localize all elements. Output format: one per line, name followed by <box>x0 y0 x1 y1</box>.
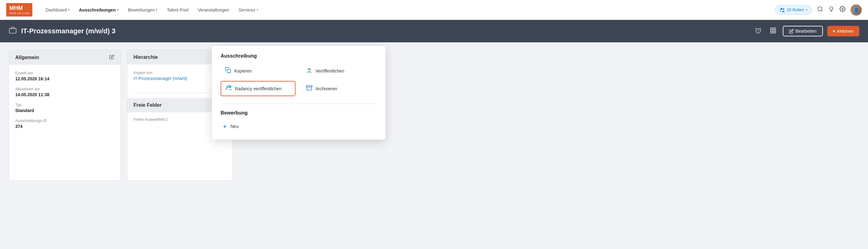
svg-point-2 <box>818 7 822 11</box>
gear-icon[interactable] <box>839 6 846 14</box>
publish-icon <box>306 67 312 75</box>
field-value-ausschreibungs-id: 374 <box>15 124 114 129</box>
allgemein-card-body: Erstellt am 12.05.2020 16:14 Aktualisier… <box>9 65 120 141</box>
plus-icon: ＋ <box>222 123 227 130</box>
chevron-down-icon: ▾ <box>156 8 157 11</box>
dropdown-bewerbung-title: Bewerbung <box>221 110 377 116</box>
field-label-typ: Typ <box>15 103 114 107</box>
table-icon[interactable] <box>768 25 778 37</box>
nav-label-ausschreibungen: Ausschreibungen <box>79 7 116 12</box>
nav-item-talent-pool[interactable]: Talent Pool <box>163 6 192 14</box>
field-aktualisiert-am: Aktualisiert am 14.05.2020 11:38 <box>15 87 114 97</box>
alarm-icon[interactable] <box>753 25 764 37</box>
allgemein-card: Allgemein Erstellt am 12.05.2020 16:14 A… <box>9 50 121 181</box>
edit-icon <box>789 29 794 34</box>
nav-items: Dashboard ▾ Ausschreibungen ▾ Bewerbunge… <box>42 6 775 14</box>
nav-label-bewerbungen: Bewerbungen <box>128 7 155 12</box>
svg-rect-7 <box>771 28 776 33</box>
nav-item-dashboard[interactable]: Dashboard ▾ <box>42 6 73 14</box>
dropdown-panel: Ausschreibung Kopieren Veröffentlichen <box>212 45 386 140</box>
field-value-aktualisiert-am: 14.05.2020 11:38 <box>15 92 114 97</box>
allgemein-card-header: Allgemein <box>9 50 120 65</box>
dropdown-item-archivieren[interactable]: Archivieren <box>302 81 377 96</box>
dropdown-ausschreibung-title: Ausschreibung <box>221 53 377 59</box>
nav-item-bewerbungen[interactable]: Bewerbungen ▾ <box>124 6 161 14</box>
bulb-icon[interactable] <box>828 6 834 14</box>
edit-pencil-icon[interactable] <box>109 55 114 60</box>
allgemein-title: Allgemein <box>15 55 39 60</box>
nav-label-dashboard: Dashboard <box>45 7 67 12</box>
field-value-erstellt-am: 12.05.2020 16:14 <box>15 76 114 81</box>
archive-icon <box>306 85 312 92</box>
radancy-icon <box>225 85 232 92</box>
page-title: IT-Prozessmanager (m/w/d) 3 <box>21 27 753 35</box>
job-icon <box>9 26 17 36</box>
dropdown-label-radancy: Radancy veröffentlichen <box>235 86 282 91</box>
nav-label-veranstaltungen: Veranstaltungen <box>198 7 229 12</box>
header-actions: Bearbeiten ▾ Aktionen <box>753 25 859 37</box>
logo[interactable]: MHM MHM-HR.COM <box>6 3 32 17</box>
dropdown-item-veroeffentlichen[interactable]: Veröffentlichen <box>302 64 377 78</box>
actions-label: Aktionen <box>837 29 854 34</box>
dropdown-label-kopieren: Kopieren <box>234 68 252 73</box>
logo-text: MHM <box>9 5 23 11</box>
field-ausschreibungs-id: Ausschreibungs-ID 374 <box>15 119 114 129</box>
edit-label: Bearbeiten <box>796 29 817 34</box>
field-value-kopiert-von[interactable]: IT-Prozessmanager (m/w/d) <box>133 76 187 81</box>
dropdown-grid: Kopieren Veröffentlichen Radancy veröffe… <box>221 64 377 96</box>
hierarchie-title: Hierarchie <box>133 55 158 60</box>
field-label-ausschreibungs-id: Ausschreibungs-ID <box>15 119 114 123</box>
chevron-down-icon: ▾ <box>257 8 258 11</box>
freie-felder-title: Freie Felder <box>133 102 162 108</box>
search-icon[interactable] <box>817 6 823 14</box>
svg-point-1 <box>783 8 784 10</box>
nav-item-veranstaltungen[interactable]: Veranstaltungen <box>194 6 233 14</box>
logo-subtext: MHM-HR.COM <box>9 12 29 15</box>
navbar: MHM MHM-HR.COM Dashboard ▾ Ausschreibung… <box>0 0 868 20</box>
copy-icon <box>225 67 231 75</box>
nav-right: 20 Rollen ▾ 👤 <box>775 4 862 15</box>
dropdown-label-veroeffentlichen: Veröffentlichen <box>315 68 344 73</box>
field-erstellt-am: Erstellt am 12.05.2020 16:14 <box>15 71 114 81</box>
dropdown-item-kopieren[interactable]: Kopieren <box>221 64 296 78</box>
svg-rect-17 <box>306 86 312 87</box>
chevron-down-icon: ▾ <box>806 8 807 11</box>
svg-line-3 <box>822 10 823 11</box>
svg-rect-5 <box>9 29 16 33</box>
svg-rect-13 <box>307 72 312 72</box>
field-value-typ: Standard <box>15 108 114 113</box>
dropdown-label-archivieren: Archivieren <box>315 86 337 91</box>
svg-point-14 <box>227 86 229 88</box>
avatar[interactable]: 👤 <box>850 4 862 15</box>
roles-icon <box>779 7 785 13</box>
nav-label-services: Services <box>239 7 255 12</box>
nav-item-ausschreibungen[interactable]: Ausschreibungen ▾ <box>75 6 122 14</box>
dropdown-item-radancy[interactable]: Radancy veröffentlichen <box>221 81 296 96</box>
dropdown-label-neu: Neu <box>230 124 239 129</box>
svg-rect-12 <box>227 69 231 73</box>
chevron-down-icon: ▾ <box>117 8 119 11</box>
svg-point-0 <box>781 8 782 10</box>
field-label-erstellt-am: Erstellt am <box>15 71 114 75</box>
dropdown-divider <box>221 104 377 104</box>
roles-label: 20 Rollen <box>787 7 804 12</box>
main-content: Allgemein Erstellt am 12.05.2020 16:14 A… <box>0 42 868 188</box>
page-header: IT-Prozessmanager (m/w/d) 3 Bearbeiten ▾… <box>0 20 868 42</box>
field-label-aktualisiert-am: Aktualisiert am <box>15 87 114 91</box>
svg-point-4 <box>842 8 843 10</box>
chevron-down-icon: ▾ <box>68 8 70 11</box>
nav-label-talent-pool: Talent Pool <box>167 7 188 12</box>
nav-item-services[interactable]: Services ▾ <box>235 6 262 14</box>
avatar-image: 👤 <box>850 4 862 15</box>
dropdown-item-neu[interactable]: ＋ Neu <box>221 121 377 132</box>
roles-button[interactable]: 20 Rollen ▾ <box>775 5 812 14</box>
actions-button[interactable]: ▾ Aktionen <box>827 26 859 36</box>
edit-button[interactable]: Bearbeiten <box>783 26 823 36</box>
field-typ: Typ Standard <box>15 103 114 113</box>
chevron-down-icon: ▾ <box>833 29 835 34</box>
